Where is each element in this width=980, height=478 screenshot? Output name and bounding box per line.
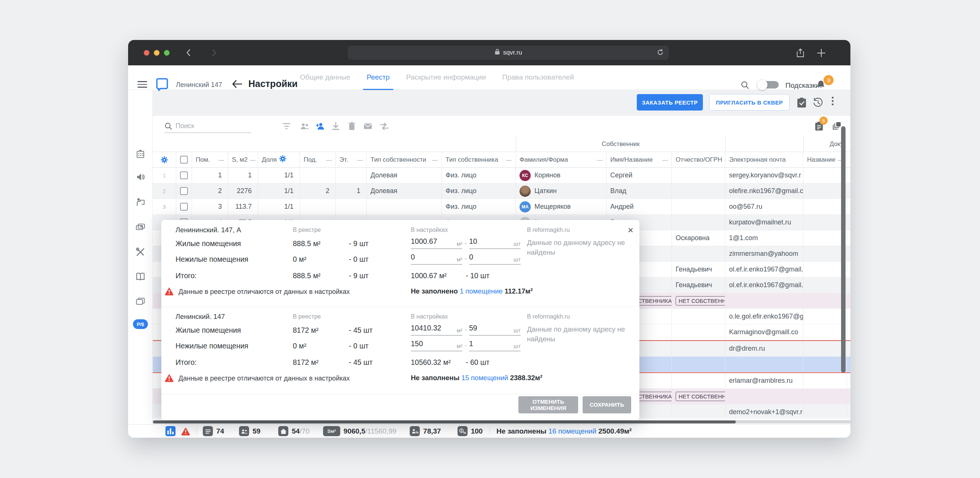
cards-icon[interactable]: [128, 294, 153, 309]
cancel-changes-button[interactable]: ОТМЕНИТЬИЗМЕНЕНИЯ: [519, 396, 578, 413]
column-header-own_type[interactable]: Тип собственности—: [367, 152, 442, 168]
column-header-dolya[interactable]: Доля: [258, 152, 300, 168]
close-icon[interactable]: ×: [628, 224, 633, 236]
unfilled-rooms-link[interactable]: 16 помещений: [548, 427, 597, 435]
settings-area-input[interactable]: [411, 340, 448, 348]
new-tab-icon[interactable]: [816, 48, 826, 59]
copy-icon[interactable]: [832, 121, 842, 131]
column-header-et[interactable]: Эт.—: [336, 152, 367, 168]
minimize-window-button[interactable]: [154, 50, 159, 56]
clipboard-check-icon[interactable]: [797, 97, 807, 110]
row-checkbox[interactable]: [180, 172, 188, 179]
url-bar[interactable]: sqvr.ru: [348, 46, 669, 60]
tools-icon[interactable]: [128, 245, 153, 260]
row-checkbox[interactable]: [180, 187, 188, 195]
settings-count-input[interactable]: [469, 340, 506, 348]
cell-owner_kind: Физ. лицо: [442, 199, 516, 215]
column-header-s[interactable]: S, м2—: [228, 152, 258, 168]
merge-icon[interactable]: [379, 121, 389, 131]
reload-icon[interactable]: [656, 48, 664, 58]
col-settings-label: В настройках: [411, 227, 448, 233]
total-registry-area: 8172 м²: [293, 358, 318, 367]
money-icon[interactable]: [128, 219, 153, 235]
table-row[interactable]: 33113.71/1Физ. лицоМАМещеряковАндрейoo@5…: [153, 199, 850, 215]
column-header-pod[interactable]: Под.—: [300, 152, 336, 168]
people-icon[interactable]: [300, 121, 310, 131]
kebab-menu-icon[interactable]: [832, 97, 834, 107]
sort-dash-icon[interactable]: —: [597, 156, 602, 163]
settings-area-input[interactable]: [411, 324, 448, 332]
column-header-pom[interactable]: Пом.—: [192, 152, 228, 168]
settings-count-input[interactable]: [469, 253, 506, 261]
tab-Права пользователей[interactable]: Права пользователей: [499, 65, 578, 90]
chart-icon[interactable]: [165, 426, 175, 436]
presenter-icon[interactable]: [128, 195, 153, 210]
sort-dash-icon[interactable]: —: [357, 156, 363, 163]
vertical-scrollbar[interactable]: [841, 126, 846, 373]
filter-icon[interactable]: [282, 121, 291, 131]
back-arrow-icon[interactable]: [232, 79, 243, 91]
table-row[interactable]: 1111/1ДолеваяФиз. лицоКСКоряновСергейser…: [153, 168, 850, 183]
column-header-h[interactable]: Н: [847, 152, 850, 168]
save-button[interactable]: СОХРАНИТЬ: [582, 396, 631, 413]
cell-cb: [176, 199, 192, 215]
building-icon[interactable]: [128, 147, 153, 162]
warning-icon[interactable]: [181, 426, 191, 436]
rooms-link[interactable]: 1 помещение: [460, 287, 503, 295]
settings-area-input[interactable]: [411, 253, 448, 261]
tab-Общие данные[interactable]: Общие данные: [296, 65, 354, 90]
order-registry-button[interactable]: ЗАКАЗАТЬ РЕЕСТР: [637, 94, 703, 111]
mail-icon[interactable]: [363, 121, 373, 131]
search-icon[interactable]: [741, 81, 749, 91]
column-header-patr[interactable]: Отчество/ОГРН—: [672, 152, 725, 168]
search-field[interactable]: [164, 119, 251, 133]
book-icon[interactable]: [128, 269, 153, 284]
warning-icon: [164, 373, 174, 384]
status-value: 100: [471, 427, 483, 435]
history-icon[interactable]: [813, 97, 824, 110]
share-icon[interactable]: [796, 48, 805, 59]
tab-Раскрытие информации[interactable]: Раскрытие информации: [402, 65, 489, 90]
megaphone-icon[interactable]: [128, 170, 153, 184]
rooms-link[interactable]: 15 помещений: [461, 374, 508, 382]
table-settings-gear-icon[interactable]: [153, 152, 176, 168]
settings-count-input[interactable]: [469, 324, 506, 332]
divider: [489, 427, 490, 435]
hints-toggle[interactable]: [759, 81, 779, 89]
close-window-button[interactable]: [144, 50, 150, 56]
forward-nav-icon[interactable]: [210, 48, 218, 57]
currency-badge[interactable]: Р/$: [133, 319, 148, 329]
column-header-surname[interactable]: Фамилия/Форма—: [516, 152, 606, 168]
settings-area-input[interactable]: [411, 237, 448, 246]
column-header-email[interactable]: Электронная почта: [725, 152, 803, 168]
back-nav-icon[interactable]: [184, 48, 193, 57]
sort-dash-icon[interactable]: —: [662, 156, 668, 163]
column-header-cb[interactable]: [176, 152, 192, 168]
trash-icon[interactable]: [347, 121, 357, 131]
hints-label: Подсказки: [786, 81, 819, 90]
table-row[interactable]: 2222761/121ДолеваяФиз. лицоЦаткинВладole…: [153, 183, 850, 199]
column-gear-icon[interactable]: [279, 155, 286, 164]
invite-button[interactable]: ПРИГЛАСИТЬ В СКВЕР: [709, 94, 789, 111]
person-add-icon[interactable]: [316, 121, 325, 131]
column-label: Электронная почта: [729, 156, 786, 164]
column-header-owner_kind[interactable]: Тип собственника—: [442, 152, 516, 168]
tab-Реестр[interactable]: Реестр: [363, 65, 394, 90]
zoom-window-button[interactable]: [164, 50, 170, 56]
cell-pod: [300, 168, 336, 183]
sort-dash-icon[interactable]: —: [326, 156, 332, 163]
select-all-checkbox[interactable]: [180, 156, 188, 164]
search-input[interactable]: [175, 122, 243, 130]
sort-dash-icon[interactable]: —: [250, 156, 255, 163]
settings-count-input[interactable]: [469, 237, 506, 246]
sort-dash-icon[interactable]: —: [218, 156, 224, 163]
row-checkbox[interactable]: [180, 203, 188, 211]
menu-icon[interactable]: [137, 81, 147, 88]
sort-dash-icon[interactable]: —: [432, 156, 438, 163]
column-header-nazv[interactable]: Название—: [803, 152, 847, 168]
column-header-name[interactable]: Имя/Название—: [606, 152, 672, 168]
sort-dash-icon[interactable]: —: [506, 156, 512, 163]
horizontal-scrollbar[interactable]: [153, 420, 850, 424]
download-icon[interactable]: [331, 121, 340, 131]
row-label: Жилые помещения: [175, 326, 241, 335]
